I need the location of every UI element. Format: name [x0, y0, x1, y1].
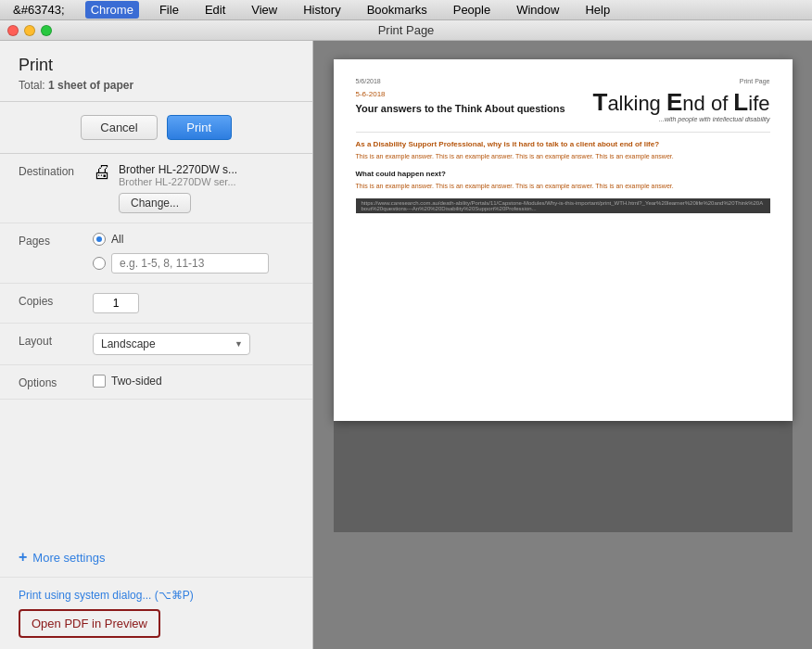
- more-settings[interactable]: + More settings: [0, 538, 312, 578]
- title-bar: Print Page: [0, 20, 812, 41]
- print-total: Total: 1 sheet of paper: [19, 79, 294, 92]
- window-menu[interactable]: Window: [511, 1, 565, 19]
- print-header: Print Total: 1 sheet of paper: [0, 41, 312, 102]
- plus-icon: +: [19, 549, 27, 566]
- pages-all-option[interactable]: All: [93, 233, 294, 246]
- logo-area: Talking End of Life ...with people with …: [585, 90, 770, 122]
- printer-sub: Brother HL-2270DW ser...: [119, 176, 237, 187]
- pages-radio-group: All: [93, 233, 294, 274]
- two-sided-label: Two-sided: [111, 375, 162, 388]
- options-value: Two-sided: [93, 375, 294, 388]
- two-sided-checkbox[interactable]: [93, 375, 106, 388]
- logo-title: Talking End of Life: [585, 90, 770, 114]
- q1-heading: As a Disability Support Professional, wh…: [356, 140, 770, 148]
- page-preview: 5/6/2018 Print Page 5-6-2018 Your answer…: [334, 59, 793, 421]
- chrome-menu[interactable]: Chrome: [85, 1, 139, 19]
- print-title: Print: [19, 56, 294, 75]
- pages-value: All: [93, 233, 294, 274]
- destination-setting: Destination 🖨 Brother HL-2270DW s... Bro…: [0, 154, 312, 223]
- article-date: 5-6-2018: [356, 90, 566, 98]
- close-button[interactable]: [7, 25, 19, 36]
- options-label: Options: [19, 375, 93, 389]
- open-pdf-button[interactable]: Open PDF in Preview: [19, 609, 160, 638]
- pages-custom-option[interactable]: [93, 253, 294, 274]
- page-left: 5-6-2018 Your answers to the Think About…: [356, 90, 566, 124]
- minimize-button[interactable]: [24, 25, 35, 36]
- print-footer: Print using system dialog... (⌥⌘P) Open …: [0, 578, 312, 649]
- bookmarks-menu[interactable]: Bookmarks: [362, 1, 433, 19]
- cancel-button[interactable]: Cancel: [81, 115, 157, 140]
- q2-answer: This is an example answer. This is an ex…: [356, 182, 770, 192]
- printer-name: Brother HL-2270DW s...: [119, 163, 237, 176]
- q2-heading: What could happen next?: [356, 170, 770, 178]
- print-panel: Print Total: 1 sheet of paper Cancel Pri…: [0, 41, 313, 649]
- people-menu[interactable]: People: [448, 1, 496, 19]
- page-main: 5-6-2018 Your answers to the Think About…: [356, 90, 770, 124]
- preview-area: 5/6/2018 Print Page 5-6-2018 Your answer…: [313, 41, 812, 649]
- window-content: Print Total: 1 sheet of paper Cancel Pri…: [0, 41, 812, 649]
- pages-label: Pages: [19, 233, 93, 248]
- url-bar: https://www.caresearch.com.au/death-abil…: [356, 198, 770, 213]
- traffic-lights: [7, 25, 52, 36]
- window-title: Print Page: [378, 23, 435, 37]
- apple-menu[interactable]: &#63743;: [7, 1, 70, 19]
- system-dialog-link[interactable]: Print using system dialog... (⌥⌘P): [19, 589, 294, 602]
- destination-label: Destination: [19, 163, 93, 178]
- copies-value: [93, 293, 294, 313]
- more-settings-label: More settings: [32, 551, 105, 565]
- edit-menu[interactable]: Edit: [199, 1, 231, 19]
- printer-icon: 🖨: [93, 161, 111, 183]
- pages-custom-radio[interactable]: [93, 257, 106, 270]
- print-actions: Cancel Print: [0, 102, 312, 154]
- page-header-row: 5/6/2018 Print Page: [356, 78, 770, 84]
- layout-value: Landscape Portrait: [93, 333, 294, 355]
- layout-select-wrapper: Landscape Portrait: [93, 333, 250, 355]
- logo-subtitle: ...with people with intellectual disabil…: [585, 116, 770, 122]
- options-setting: Options Two-sided: [0, 365, 312, 400]
- article-title: Your answers to the Think About question…: [356, 102, 566, 115]
- history-menu[interactable]: History: [298, 1, 346, 19]
- menu-bar: &#63743; Chrome File Edit View History B…: [0, 0, 812, 20]
- page-date-right: Print Page: [740, 78, 770, 84]
- view-menu[interactable]: View: [246, 1, 283, 19]
- file-menu[interactable]: File: [154, 1, 184, 19]
- help-menu[interactable]: Help: [579, 1, 615, 19]
- bottom-dark-area: [334, 421, 793, 532]
- pages-setting: Pages All: [0, 223, 312, 284]
- copies-input[interactable]: [93, 293, 139, 313]
- layout-label: Layout: [19, 333, 93, 348]
- fullscreen-button[interactable]: [41, 25, 52, 36]
- destination-value: 🖨 Brother HL-2270DW s... Brother HL-2270…: [93, 163, 294, 213]
- section-divider-1: [356, 132, 770, 133]
- page-date-left: 5/6/2018: [356, 78, 381, 84]
- printer-info: Brother HL-2270DW s... Brother HL-2270DW…: [119, 163, 237, 213]
- print-button[interactable]: Print: [167, 115, 232, 140]
- copies-setting: Copies: [0, 284, 312, 324]
- pages-all-label: All: [111, 233, 123, 246]
- print-settings: Destination 🖨 Brother HL-2270DW s... Bro…: [0, 154, 312, 538]
- page-right: Talking End of Life ...with people with …: [585, 90, 770, 124]
- two-sided-option[interactable]: Two-sided: [93, 375, 294, 388]
- layout-select[interactable]: Landscape Portrait: [93, 333, 250, 355]
- pages-custom-input[interactable]: [111, 253, 269, 274]
- q1-answer: This is an example answer. This is an ex…: [356, 152, 770, 162]
- layout-setting: Layout Landscape Portrait: [0, 324, 312, 365]
- pages-all-radio[interactable]: [93, 233, 106, 246]
- change-button[interactable]: Change...: [119, 193, 191, 213]
- copies-label: Copies: [19, 293, 93, 308]
